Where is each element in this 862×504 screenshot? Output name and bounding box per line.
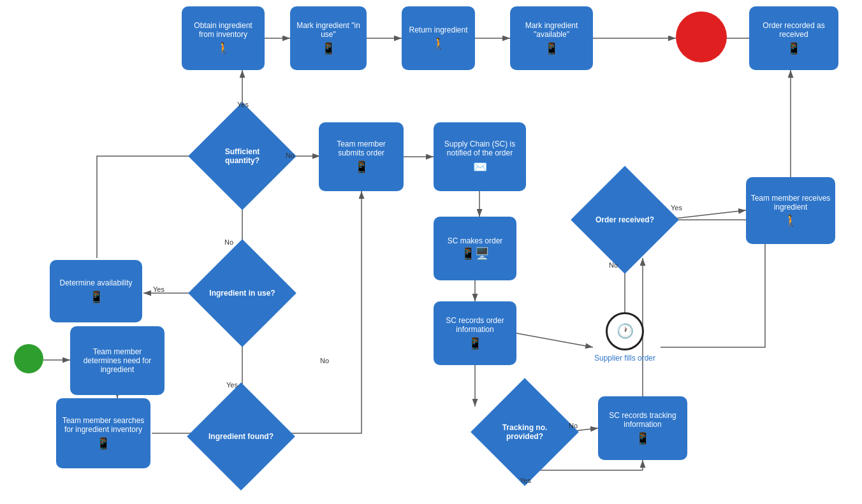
label-no-ingredient-in-use: No	[224, 238, 233, 246]
diamond-ingredient-found-label: Ingredient found?	[206, 432, 276, 441]
diamond-ingredient-in-use-label: Ingredient in use?	[207, 289, 277, 298]
node-mark-available-label: Mark ingredient "available"	[514, 21, 589, 39]
diamond-order-received: Order received?	[571, 166, 679, 274]
node-determine-avail: Determine availability 📱	[50, 260, 142, 322]
node-determine-avail-label: Determine availability	[59, 278, 132, 287]
label-no-tracking: No	[569, 422, 578, 429]
node-team-submits: Team member submits order 📱	[319, 122, 404, 191]
node-team-submits-label: Team member submits order	[323, 140, 400, 157]
node-sc-notified: Supply Chain (SC) is notified of the ord…	[434, 122, 526, 191]
node-return-ingredient-label: Return ingredient	[409, 25, 467, 34]
label-no-order-received: No	[609, 261, 618, 269]
node-order-recorded-label: Order recorded as received	[753, 21, 835, 39]
diamond-sufficient-qty: Sufficient quantity?	[188, 102, 296, 210]
node-team-receives-label: Team member receives ingredient	[750, 194, 831, 212]
node-sc-makes-order: SC makes order 📱🖥️	[434, 217, 516, 280]
diamond-order-received-label: Order received?	[590, 215, 660, 224]
label-yes-order-received: Yes	[671, 204, 682, 212]
node-obtain-ingredient: Obtain ingredient from inventory 🚶	[182, 6, 265, 70]
label-yes-ingredient-found: Yes	[226, 381, 238, 389]
supplier-clock-icon: 🕐	[606, 312, 644, 350]
node-return-ingredient: Return ingredient 🚶	[402, 6, 475, 70]
node-sc-records-order: SC records order information 📱	[434, 301, 516, 365]
node-order-recorded: Order recorded as received 📱	[749, 6, 838, 70]
node-obtain-ingredient-label: Obtain ingredient from inventory	[186, 21, 261, 39]
diamond-ingredient-found: Ingredient found?	[187, 382, 295, 491]
node-team-searches: Team member searches for ingredient inve…	[56, 398, 150, 468]
node-sc-makes-order-label: SC makes order	[448, 236, 503, 245]
node-sc-notified-label: Supply Chain (SC) is notified of the ord…	[437, 140, 522, 157]
diamond-tracking-provided: Tracking no. provided?	[471, 378, 579, 486]
diamond-sufficient-qty-label: Sufficient quantity?	[207, 147, 277, 165]
label-no-ingredient-found: No	[320, 357, 329, 364]
node-team-determines: Team member determines need for ingredie…	[70, 326, 164, 395]
node-team-searches-label: Team member searches for ingredient inve…	[60, 416, 147, 434]
diamond-tracking-provided-label: Tracking no. provided?	[490, 423, 560, 441]
start-circle	[14, 344, 43, 373]
label-yes-ingredient-in-use: Yes	[153, 285, 164, 293]
node-sc-records-tracking: SC records tracking information 📱	[598, 396, 687, 460]
node-team-determines-label: Team member determines need for ingredie…	[74, 347, 161, 374]
node-sc-records-order-label: SC records order information	[437, 316, 513, 334]
label-yes-sufficient: Yes	[237, 101, 249, 108]
node-team-receives: Team member receives ingredient 🚶	[746, 177, 835, 244]
label-yes-tracking: Yes	[520, 477, 531, 484]
diamond-ingredient-in-use: Ingredient in use?	[188, 239, 296, 347]
node-sc-records-tracking-label: SC records tracking information	[602, 411, 683, 429]
node-mark-in-use: Mark ingredient "in use" 📱	[290, 6, 367, 70]
label-no-sufficient: No	[286, 152, 295, 159]
svg-line-23	[516, 333, 593, 347]
end-circle	[676, 11, 727, 62]
node-mark-available: Mark ingredient "available" 📱	[510, 6, 593, 70]
flowchart-diagram: 🕐 Supplier fills order Obtain ingredient…	[0, 0, 862, 504]
node-mark-in-use-label: Mark ingredient "in use"	[294, 21, 363, 39]
supplier-label: Supplier fills order	[593, 354, 657, 363]
